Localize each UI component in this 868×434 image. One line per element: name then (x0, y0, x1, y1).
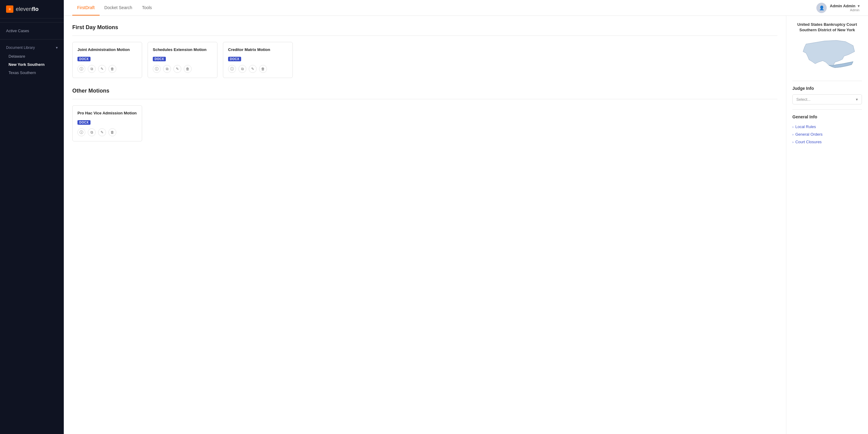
tab-docket-search[interactable]: Docket Search (100, 0, 137, 15)
card-pro-hac-title: Pro Hac Vice Admission Motion (78, 110, 137, 116)
tab-tools[interactable]: Tools (137, 0, 157, 15)
card-schedules-ext-delete-btn[interactable]: 🗑 (184, 65, 192, 73)
texas-southern-label: Texas Southern (8, 70, 36, 75)
other-motions-cards: Pro Hac Vice Admission Motion DOCX ⓘ ⧉ ✎… (72, 105, 777, 141)
judge-select-chevron: ▾ (856, 97, 858, 102)
general-info-local-rules[interactable]: › Local Rules (793, 123, 862, 131)
document-library-label: Document Library (6, 45, 35, 50)
sidebar-item-delaware[interactable]: Delaware (0, 52, 64, 60)
first-day-motions-cards: Joint Administration Motion DOCX ⓘ ⧉ ✎ 🗑… (72, 42, 777, 78)
sidebar-divider-top (0, 22, 64, 23)
court-closures-chevron: › (793, 140, 794, 144)
court-closures-label: Court Closures (796, 140, 822, 144)
content-wrapper: First Day Motions Joint Administration M… (64, 16, 868, 434)
card-joint-admin-actions: ⓘ ⧉ ✎ 🗑 (78, 65, 137, 73)
sidebar-document-library[interactable]: Document Library ▾ (0, 43, 64, 52)
document-library-chevron: ▾ (56, 45, 58, 50)
card-pro-hac-copy-btn[interactable]: ⧉ (88, 128, 96, 136)
general-orders-chevron: › (793, 133, 794, 136)
general-orders-label: General Orders (796, 132, 823, 137)
logo-flo: flo (32, 6, 38, 12)
card-schedules-ext-title: Schedules Extension Motion (153, 47, 212, 53)
user-role: Admin (830, 8, 860, 12)
card-creditor-matrix-title: Creditor Matrix Motion (228, 47, 288, 53)
logo-icon: ≡ (6, 5, 13, 13)
card-creditor-matrix-badge: DOCX (228, 57, 241, 61)
right-panel: United States Bankruptcy Court Southern … (786, 16, 868, 434)
general-info-court-closures[interactable]: › Court Closures (793, 138, 862, 146)
card-creditor-matrix: Creditor Matrix Motion DOCX ⓘ ⧉ ✎ 🗑 (223, 42, 293, 78)
user-dropdown-arrow[interactable]: ▾ (858, 4, 860, 8)
local-rules-chevron: › (793, 125, 794, 129)
card-pro-hac: Pro Hac Vice Admission Motion DOCX ⓘ ⧉ ✎… (72, 105, 142, 141)
card-joint-admin-title: Joint Administration Motion (78, 47, 137, 53)
card-schedules-ext-copy-btn[interactable]: ⧉ (163, 65, 171, 73)
card-creditor-matrix-info-btn[interactable]: ⓘ (228, 65, 236, 73)
main-area: FirstDraft Docket Search Tools 👤 Admin A… (64, 0, 868, 434)
section2-title: Other Motions (72, 88, 777, 94)
user-info: Admin Admin ▾ Admin (830, 4, 860, 12)
card-creditor-matrix-copy-btn[interactable]: ⧉ (239, 65, 246, 73)
sidebar-item-texas-southern[interactable]: Texas Southern (0, 69, 64, 77)
content-main: First Day Motions Joint Administration M… (64, 16, 786, 434)
card-pro-hac-badge: DOCX (78, 120, 91, 125)
court-line2: Southern District of New York (793, 27, 862, 33)
user-name: Admin Admin ▾ (830, 4, 860, 8)
delaware-label: Delaware (8, 54, 25, 59)
card-creditor-matrix-actions: ⓘ ⧉ ✎ 🗑 (228, 65, 288, 73)
sidebar-item-new-york-southern[interactable]: New York Southern (0, 60, 64, 69)
card-joint-admin-info-btn[interactable]: ⓘ (78, 65, 85, 73)
card-creditor-matrix-edit-btn[interactable]: ✎ (249, 65, 257, 73)
card-creditor-matrix-delete-btn[interactable]: 🗑 (259, 65, 267, 73)
card-joint-admin-copy-btn[interactable]: ⧉ (88, 65, 96, 73)
local-rules-label: Local Rules (796, 125, 816, 129)
card-joint-admin-delete-btn[interactable]: 🗑 (108, 65, 116, 73)
card-schedules-ext-edit-btn[interactable]: ✎ (174, 65, 181, 73)
card-pro-hac-delete-btn[interactable]: 🗑 (108, 128, 116, 136)
ny-map (793, 36, 862, 76)
judge-select-placeholder: Select... (796, 97, 811, 102)
court-title: United States Bankruptcy Court Southern … (793, 22, 862, 33)
judge-select-dropdown[interactable]: Select... ▾ (793, 94, 862, 104)
general-info-general-orders[interactable]: › General Orders (793, 131, 862, 138)
card-joint-admin: Joint Administration Motion DOCX ⓘ ⧉ ✎ 🗑 (72, 42, 142, 78)
card-pro-hac-actions: ⓘ ⧉ ✎ 🗑 (78, 128, 137, 136)
sidebar-item-active-cases[interactable]: Active Cases (0, 26, 64, 35)
active-cases-label: Active Cases (6, 29, 29, 33)
topnav: FirstDraft Docket Search Tools 👤 Admin A… (64, 0, 868, 16)
court-line1: United States Bankruptcy Court (793, 22, 862, 27)
section2-divider (72, 99, 777, 99)
sidebar: ≡ elevenflo Active Cases Document Librar… (0, 0, 64, 434)
avatar: 👤 (816, 3, 827, 13)
card-joint-admin-edit-btn[interactable]: ✎ (98, 65, 106, 73)
card-schedules-ext: Schedules Extension Motion DOCX ⓘ ⧉ ✎ 🗑 (148, 42, 217, 78)
sidebar-divider-mid (0, 39, 64, 39)
section1-divider (72, 35, 777, 36)
app-logo: ≡ elevenflo (0, 0, 64, 19)
topnav-tabs: FirstDraft Docket Search Tools (72, 0, 157, 15)
card-pro-hac-info-btn[interactable]: ⓘ (78, 128, 85, 136)
general-info-title: General Info (793, 114, 862, 119)
card-joint-admin-badge: DOCX (78, 57, 91, 61)
section1-title: First Day Motions (72, 24, 777, 31)
judge-info-title: Judge Info (793, 86, 862, 91)
right-divider-1 (793, 81, 862, 81)
card-schedules-ext-info-btn[interactable]: ⓘ (153, 65, 161, 73)
card-pro-hac-edit-btn[interactable]: ✎ (98, 128, 106, 136)
new-york-southern-label: New York Southern (8, 62, 44, 67)
topnav-user-area: 👤 Admin Admin ▾ Admin (816, 3, 860, 13)
ny-map-svg (797, 38, 858, 74)
tab-firstdraft[interactable]: FirstDraft (72, 0, 100, 15)
logo-eleven: eleven (16, 6, 32, 12)
card-schedules-ext-actions: ⓘ ⧉ ✎ 🗑 (153, 65, 212, 73)
card-schedules-ext-badge: DOCX (153, 57, 166, 61)
